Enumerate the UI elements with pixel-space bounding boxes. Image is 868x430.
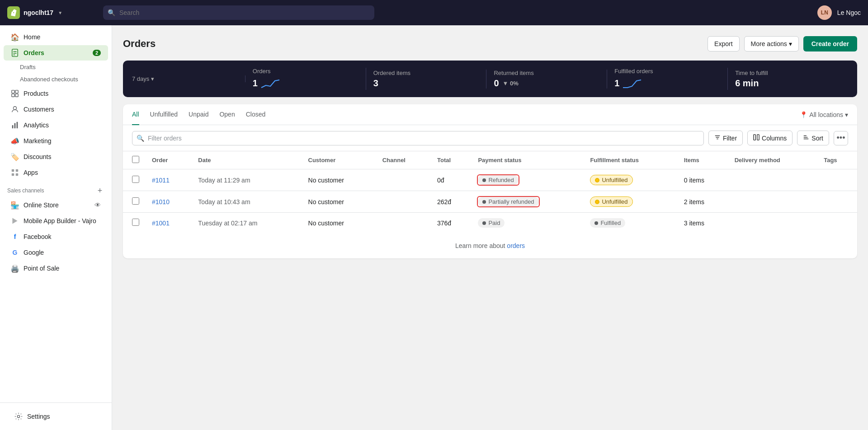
table-row[interactable]: #1010 Today at 10:43 am No customer 262đ… [123, 191, 857, 213]
apps-icon [11, 168, 19, 177]
more-actions-button[interactable]: More actions ▾ [744, 36, 799, 51]
store-name: ngoclht17 [24, 9, 53, 16]
orders-card: All Unfulfilled Unpaid Open Closed 📍 All… [123, 104, 857, 258]
settings-label: Settings [27, 413, 50, 420]
store-logo-area[interactable]: ngoclht17 ▼ [7, 6, 98, 19]
stat-time-to-fulfill: Time to fulfill 6 min [728, 70, 848, 89]
sidebar-label-orders: Orders [24, 49, 44, 56]
stat-fulfilled-value: 1 [614, 76, 720, 90]
sidebar-item-abandoned[interactable]: Abandoned checkouts [20, 73, 112, 85]
payment-status-cell: Refunded [472, 169, 584, 191]
avatar: LN [817, 5, 832, 20]
more-options-button[interactable]: ••• [834, 131, 848, 145]
tab-unfulfilled[interactable]: Unfulfilled [150, 104, 178, 125]
sidebar-label-customers: Customers [24, 106, 54, 113]
search-input[interactable] [103, 5, 374, 20]
location-filter[interactable]: 📍 All locations ▾ [800, 108, 848, 122]
pos-icon: 🖨️ [11, 264, 19, 272]
search-area: 🔍 [103, 5, 374, 20]
layout: 🏠 Home Orders 2 Drafts Abandoned checkou… [0, 25, 868, 430]
sidebar-label-mobile-app: Mobile App Builder - Vajro [24, 217, 96, 224]
discounts-icon: 🏷️ [11, 153, 19, 161]
svg-marker-16 [12, 218, 17, 224]
stat-returned-label: Returned items [494, 70, 599, 76]
sidebar-item-discounts[interactable]: 🏷️ Discounts [4, 149, 108, 164]
stat-orders-label: Orders [253, 68, 359, 75]
order-num-cell: #1010 [146, 191, 192, 213]
select-all-checkbox[interactable] [132, 156, 139, 163]
sidebar-item-analytics[interactable]: Analytics [4, 117, 108, 133]
tab-open[interactable]: Open [219, 104, 235, 125]
products-icon [11, 89, 19, 98]
tab-closed[interactable]: Closed [246, 104, 266, 125]
stat-time-label: Time to fulfill [735, 70, 841, 76]
location-pin-icon: 📍 [800, 111, 807, 118]
col-order: Order [146, 151, 192, 169]
row-checkbox[interactable] [132, 219, 139, 226]
sidebar-item-google[interactable]: G Google [4, 245, 108, 260]
search-icon: 🔍 [108, 9, 115, 16]
tab-all[interactable]: All [132, 104, 139, 125]
total-cell: 262đ [431, 191, 472, 213]
col-delivery-method: Delivery method [728, 151, 818, 169]
sidebar-item-marketing[interactable]: 📣 Marketing [4, 133, 108, 149]
online-store-icon: 🏪 [11, 201, 19, 209]
select-all-header [123, 151, 146, 169]
learn-more-text: Learn more about [455, 242, 507, 249]
period-dropdown-icon: ▾ [151, 75, 154, 82]
stat-period[interactable]: 7 days ▾ [132, 75, 245, 82]
svg-rect-0 [12, 49, 18, 56]
svg-rect-22 [757, 135, 759, 140]
svg-point-8 [13, 107, 16, 110]
sidebar-label-facebook: Facebook [24, 233, 51, 240]
sidebar-item-pos[interactable]: 🖨️ Point of Sale [4, 261, 108, 276]
svg-rect-4 [12, 90, 14, 93]
sidebar-item-drafts[interactable]: Drafts [20, 61, 112, 73]
sidebar-item-settings[interactable]: Settings [7, 409, 104, 424]
orders-tabs: All Unfulfilled Unpaid Open Closed 📍 All… [123, 104, 857, 125]
col-total: Total [431, 151, 472, 169]
marketing-icon: 📣 [11, 137, 19, 145]
stat-period-label[interactable]: 7 days ▾ [132, 75, 238, 82]
returned-sub: ▼ 0% [503, 80, 519, 87]
order-num-cell: #1011 [146, 169, 192, 191]
add-sales-channel-button[interactable]: + [95, 186, 104, 195]
table-row[interactable]: #1011 Today at 11:29 am No customer 0đ R… [123, 169, 857, 191]
row-checkbox[interactable] [132, 176, 139, 183]
total-cell: 376đ [431, 213, 472, 234]
sidebar-item-home[interactable]: 🏠 Home [4, 29, 108, 45]
filter-button[interactable]: Filter [708, 131, 743, 145]
table-row[interactable]: #1001 Tuesday at 02:17 am No customer 37… [123, 213, 857, 234]
stat-fulfilled-label: Fulfilled orders [614, 68, 720, 75]
sidebar-item-mobile-app[interactable]: Mobile App Builder - Vajro [4, 213, 108, 229]
topbar-right: LN Le Ngoc [817, 5, 861, 20]
date-cell: Today at 11:29 am [192, 169, 302, 191]
sidebar-item-customers[interactable]: Customers [4, 102, 108, 117]
sidebar-item-online-store[interactable]: 🏪 Online Store 👁 [4, 197, 108, 213]
filter-input[interactable] [132, 131, 704, 145]
columns-button[interactable]: Columns [747, 131, 793, 145]
sort-icon [803, 134, 809, 142]
sidebar-item-products[interactable]: Products [4, 86, 108, 101]
sidebar-item-orders[interactable]: Orders 2 [4, 45, 108, 61]
svg-rect-11 [17, 122, 18, 128]
channel-cell [376, 213, 431, 234]
sort-button[interactable]: Sort [797, 131, 829, 145]
row-checkbox[interactable] [132, 197, 139, 205]
export-button[interactable]: Export [708, 36, 739, 51]
orders-learn-more-link[interactable]: orders [507, 242, 525, 249]
mobile-app-icon [11, 217, 19, 225]
tab-unpaid[interactable]: Unpaid [189, 104, 208, 125]
items-cell: 3 items [678, 213, 728, 234]
svg-point-17 [17, 415, 19, 417]
svg-rect-7 [15, 94, 18, 97]
orders-table: Order Date Customer Channel Total Paymen… [123, 151, 857, 233]
store-dropdown-icon: ▼ [58, 10, 62, 15]
shopify-logo-icon [7, 6, 20, 19]
sidebar-item-apps[interactable]: Apps [4, 165, 108, 180]
sidebar-item-facebook[interactable]: f Facebook [4, 229, 108, 244]
filter-icon [714, 134, 721, 142]
create-order-button[interactable]: Create order [803, 36, 857, 51]
orders-toolbar: 🔍 Filter Columns [123, 125, 857, 151]
customer-cell: No customer [302, 169, 376, 191]
